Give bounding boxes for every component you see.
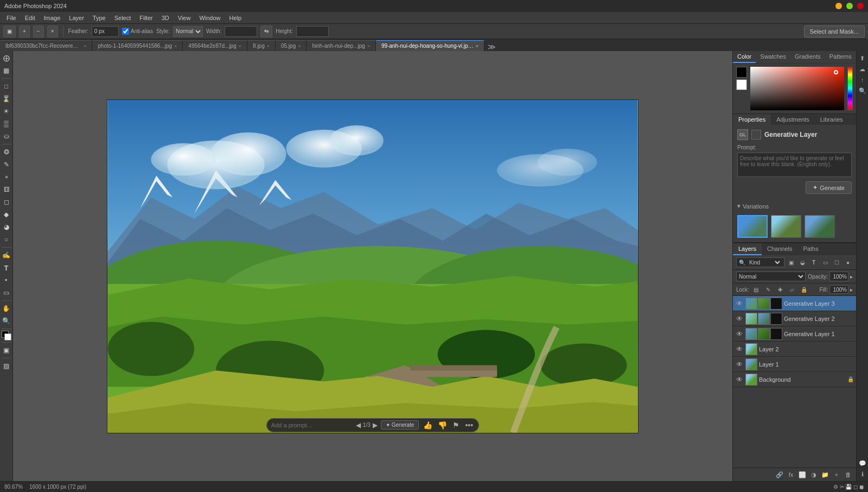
crop-tool[interactable]: ▒ <box>1 118 12 130</box>
menu-select[interactable]: Select <box>110 14 136 22</box>
link-layers-btn[interactable]: 🔗 <box>775 470 784 480</box>
thumbs-down-btn[interactable]: 👎 <box>437 420 448 431</box>
color-picker[interactable] <box>750 67 844 110</box>
info-btn[interactable]: ℹ <box>858 469 867 479</box>
variation-3[interactable] <box>805 215 835 238</box>
layer-item-gen3[interactable]: 👁 Generative Layer 3 <box>733 296 856 311</box>
new-tab-button[interactable]: ≫ <box>484 42 499 51</box>
lock-transparent-btn[interactable]: ▤ <box>751 285 761 294</box>
tab-close-5[interactable]: × <box>367 43 370 49</box>
layer-item-gen2[interactable]: 👁 Generative Layer 2 <box>733 311 856 326</box>
feather-input[interactable] <box>92 26 119 37</box>
opacity-input[interactable] <box>829 272 848 281</box>
layer-vis-2[interactable]: 👁 <box>735 345 744 354</box>
swap-dimensions-btn[interactable]: ⇆ <box>260 26 272 37</box>
layer-item-2[interactable]: 👁 Layer 2 <box>733 342 856 357</box>
properties-generate-button[interactable]: ✦ Generate <box>806 181 852 194</box>
tab-adjustments[interactable]: Adjustments <box>771 114 815 125</box>
tab-0[interactable]: lbf6380330bc7fcc-Recovered.jpg × <box>0 40 92 51</box>
menu-window[interactable]: Window <box>195 14 225 22</box>
color-preview[interactable] <box>2 331 11 340</box>
layer-vis-gen2[interactable]: 👁 <box>735 314 744 323</box>
delete-layer-btn[interactable]: 🗑 <box>843 470 853 480</box>
eraser-tool[interactable]: ◻ <box>1 196 12 208</box>
tab-close-0[interactable]: × <box>84 43 86 49</box>
subtract-selection-btn[interactable]: − <box>33 26 44 37</box>
more-actions-btn[interactable]: ••• <box>464 420 474 431</box>
style-select[interactable]: Normal <box>173 26 203 37</box>
brush-tool[interactable]: ✎ <box>1 159 12 171</box>
layer-item-bg[interactable]: 👁 Background 🔒 <box>733 372 856 387</box>
artboard-tool[interactable]: ▦ <box>1 65 12 77</box>
variation-2[interactable] <box>771 215 801 238</box>
background-color[interactable] <box>4 333 11 340</box>
tab-libraries[interactable]: Libraries <box>815 114 848 125</box>
color-spectrum[interactable] <box>847 67 853 110</box>
close-button[interactable] <box>857 3 864 9</box>
lock-image-btn[interactable]: ✎ <box>763 285 773 294</box>
history-brush-tool[interactable]: ⚅ <box>1 184 12 195</box>
flag-btn[interactable]: ⚑ <box>451 420 461 431</box>
layer-vis-gen1[interactable]: 👁 <box>735 330 744 338</box>
layer-item-1[interactable]: 👁 Layer 1 <box>733 357 856 372</box>
tab-layers[interactable]: Layers <box>733 243 762 255</box>
fill-arrow[interactable]: ▸ <box>850 287 853 293</box>
minimize-button[interactable] <box>835 3 842 9</box>
marquee-tool[interactable]: □ <box>1 80 12 92</box>
tab-color[interactable]: Color <box>733 51 756 63</box>
generate-bottom-button[interactable]: ✦ Generate <box>381 420 419 430</box>
filter-smartobj-btn[interactable]: ☐ <box>832 257 841 267</box>
maximize-button[interactable] <box>846 3 853 9</box>
blend-mode-select[interactable]: Normal <box>736 272 806 281</box>
tab-5[interactable]: hinh-anh-nui-dep...jpg × <box>307 40 376 51</box>
tab-2[interactable]: 49564be2e87d...jpg × <box>183 40 247 51</box>
create-adjustment-btn[interactable]: ◑ <box>809 470 819 480</box>
create-group-btn[interactable]: 📁 <box>820 470 830 480</box>
tab-properties[interactable]: Properties <box>733 114 771 125</box>
path-selection-tool[interactable]: ‣ <box>1 274 12 286</box>
prompt-input[interactable] <box>271 422 353 428</box>
add-selection-btn[interactable]: + <box>19 26 30 37</box>
blur-tool[interactable]: ◕ <box>1 221 12 233</box>
menu-3d[interactable]: 3D <box>157 14 174 22</box>
menu-file[interactable]: File <box>2 14 21 22</box>
gradient-tool[interactable]: ◆ <box>1 209 12 220</box>
move-tool[interactable]: ⨁ <box>1 52 12 64</box>
opacity-arrow[interactable]: ▸ <box>850 274 853 280</box>
layer-item-gen1[interactable]: 👁 Generative Layer 1 <box>733 326 856 342</box>
healing-brush-tool[interactable]: ❂ <box>1 146 12 158</box>
fill-input[interactable] <box>829 285 848 294</box>
filter-adj-btn[interactable]: ◒ <box>797 257 807 267</box>
tab-patterns[interactable]: Patterns <box>825 51 856 63</box>
object-select-tool[interactable]: ☀ <box>1 105 12 117</box>
menu-filter[interactable]: Filter <box>135 14 157 22</box>
cloud-btn[interactable]: ☁ <box>858 64 867 74</box>
variation-1[interactable] <box>737 215 768 238</box>
prev-variation-btn[interactable]: ◀ <box>356 421 361 429</box>
tab-channels[interactable]: Channels <box>762 243 797 255</box>
screen-mode-tool[interactable]: ▨ <box>1 360 12 372</box>
tab-close-1[interactable]: × <box>174 43 177 49</box>
dodge-tool[interactable]: ○ <box>1 234 12 245</box>
tab-close-6[interactable]: × <box>476 43 478 49</box>
tab-close-2[interactable]: × <box>239 43 241 49</box>
intersect-selection-btn[interactable]: × <box>47 26 58 37</box>
next-variation-btn[interactable]: ▶ <box>373 421 378 429</box>
properties-prompt-textarea[interactable] <box>737 153 852 177</box>
quick-mask-tool[interactable]: ▣ <box>1 344 12 356</box>
lock-position-btn[interactable]: ✚ <box>775 285 785 294</box>
clone-stamp-tool[interactable]: ⚬ <box>1 171 12 183</box>
kind-filter-select[interactable]: Kind <box>747 259 782 266</box>
height-input[interactable] <box>296 26 329 37</box>
pen-tool[interactable]: ✍ <box>1 249 12 261</box>
tab-swatches[interactable]: Swatches <box>756 51 790 63</box>
lock-all-btn[interactable]: 🔒 <box>799 285 809 294</box>
window-controls[interactable] <box>835 3 864 9</box>
toolbar-top-btn[interactable]: ⬆ <box>858 53 867 63</box>
tab-gradients[interactable]: Gradients <box>790 51 825 63</box>
share-btn[interactable]: ↑ <box>858 75 867 85</box>
width-input[interactable] <box>225 26 257 37</box>
menu-edit[interactable]: Edit <box>21 14 40 22</box>
type-tool[interactable]: T <box>1 262 12 274</box>
select-mask-button[interactable]: Select and Mask... <box>804 26 865 37</box>
